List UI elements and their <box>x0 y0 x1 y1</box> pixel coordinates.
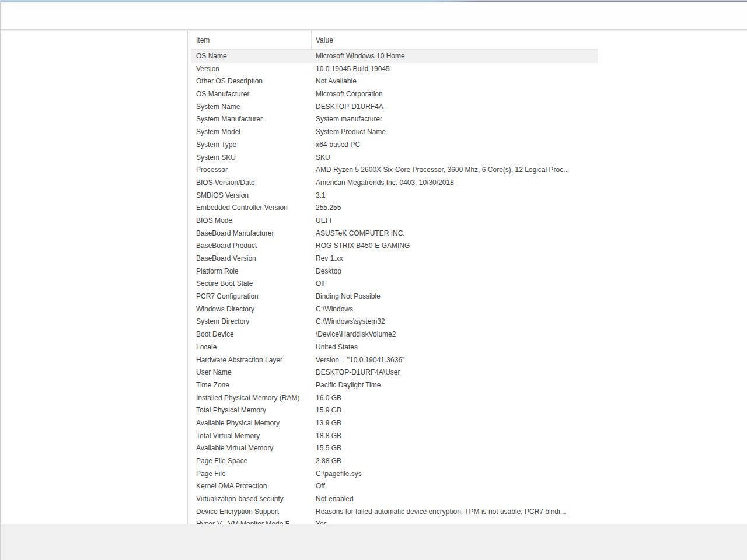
table-row[interactable]: Platform RoleDesktop <box>191 265 598 278</box>
table-row[interactable]: BIOS Version/DateAmerican Megatrends Inc… <box>191 177 598 190</box>
table-row[interactable]: Page File Space2.88 GB <box>191 455 598 468</box>
item-cell: Virtualization-based security <box>191 493 312 506</box>
column-header-item[interactable]: Item <box>191 31 312 49</box>
value-cell: Off <box>312 480 598 493</box>
system-information-window: Item Value OS NameMicrosoft Windows 10 H… <box>0 0 747 560</box>
table-row[interactable]: System DirectoryC:\Windows\system32 <box>191 316 598 328</box>
value-cell: 16.0 GB <box>312 392 598 405</box>
table-row[interactable]: Other OS DescriptionNot Available <box>191 75 598 88</box>
item-cell: Page File <box>191 468 312 481</box>
item-cell: Total Physical Memory <box>191 404 312 417</box>
item-cell: Available Physical Memory <box>191 417 312 430</box>
item-cell: BaseBoard Manufacturer <box>191 228 312 240</box>
table-row[interactable]: Available Physical Memory13.9 GB <box>191 417 598 430</box>
table-row[interactable]: Total Physical Memory15.9 GB <box>191 404 598 417</box>
value-cell: 13.9 GB <box>312 417 598 430</box>
value-cell: Yes <box>312 518 598 524</box>
table-row[interactable]: LocaleUnited States <box>191 341 598 354</box>
value-cell: Not enabled <box>312 493 598 506</box>
item-cell: Platform Role <box>191 265 312 278</box>
table-row[interactable]: User NameDESKTOP-D1URF4A\User <box>191 366 598 379</box>
value-cell: UEFI <box>312 215 598 228</box>
table-row[interactable]: BaseBoard ProductROG STRIX B450-E GAMING <box>191 240 598 253</box>
table-row[interactable]: System Typex64-based PC <box>191 139 598 152</box>
item-cell: Available Virtual Memory <box>191 442 312 455</box>
item-cell: Locale <box>191 341 312 354</box>
value-cell: ROG STRIX B450-E GAMING <box>312 240 598 253</box>
table-row[interactable]: OS ManufacturerMicrosoft Corporation <box>191 88 598 101</box>
table-row[interactable]: Version10.0.19045 Build 19045 <box>191 63 598 76</box>
item-cell: Device Encryption Support <box>191 506 312 519</box>
value-cell: American Megatrends Inc. 0403, 10/30/201… <box>312 177 598 190</box>
table-row[interactable]: Embedded Controller Version255.255 <box>191 202 598 215</box>
item-cell: BaseBoard Version <box>191 253 312 265</box>
table-row[interactable]: Boot Device\Device\HarddiskVolume2 <box>191 328 598 341</box>
item-cell: Kernel DMA Protection <box>191 480 312 493</box>
details-rows: OS NameMicrosoft Windows 10 HomeVersion1… <box>191 50 747 524</box>
value-cell: ASUSTeK COMPUTER INC. <box>312 228 598 240</box>
table-row[interactable]: Page FileC:\pagefile.sys <box>191 468 598 481</box>
item-cell: Other OS Description <box>191 75 312 88</box>
table-row[interactable]: System ManufacturerSystem manufacturer <box>191 113 598 126</box>
value-cell: Microsoft Corporation <box>312 88 598 101</box>
table-row[interactable]: Available Virtual Memory15.5 GB <box>191 442 598 455</box>
table-row[interactable]: Time ZonePacific Daylight Time <box>191 379 598 392</box>
item-cell: Installed Physical Memory (RAM) <box>191 392 312 405</box>
table-row[interactable]: Device Encryption SupportReasons for fai… <box>191 506 598 519</box>
table-row[interactable]: Kernel DMA ProtectionOff <box>191 480 598 493</box>
table-row[interactable]: System NameDESKTOP-D1URF4A <box>191 101 598 114</box>
value-cell: SKU <box>312 152 598 164</box>
item-cell: System Directory <box>191 316 312 328</box>
value-cell: \Device\HarddiskVolume2 <box>312 328 598 341</box>
value-cell: C:\Windows <box>312 303 598 316</box>
item-cell: Time Zone <box>191 379 312 392</box>
item-cell: OS Name <box>191 50 312 63</box>
item-cell: System Manufacturer <box>191 113 312 126</box>
table-row[interactable]: BaseBoard VersionRev 1.xx <box>191 253 598 265</box>
table-row[interactable]: Virtualization-based securityNot enabled <box>191 493 598 506</box>
item-cell: BIOS Mode <box>191 215 312 228</box>
table-row[interactable]: Hardware Abstraction LayerVersion = "10.… <box>191 354 598 367</box>
value-cell: 18.8 GB <box>312 430 598 443</box>
item-cell: Processor <box>191 164 312 177</box>
value-cell: C:\pagefile.sys <box>312 468 598 481</box>
find-bar: Find what: Find Close Find Search select… <box>1 524 747 560</box>
value-cell: Desktop <box>312 265 598 278</box>
item-cell: Page File Space <box>191 455 312 468</box>
item-cell: Embedded Controller Version <box>191 202 312 215</box>
table-row[interactable]: System ModelSystem Product Name <box>191 126 598 139</box>
item-cell: System SKU <box>191 152 312 164</box>
value-cell: 15.9 GB <box>312 404 598 417</box>
value-cell: Off <box>312 278 598 290</box>
item-cell: System Name <box>191 101 312 114</box>
item-cell: BaseBoard Product <box>191 240 312 253</box>
item-cell: PCR7 Configuration <box>191 290 312 303</box>
item-cell: Hardware Abstraction Layer <box>191 354 312 367</box>
table-row[interactable]: BaseBoard ManufacturerASUSTeK COMPUTER I… <box>191 228 598 240</box>
item-cell: SMBIOS Version <box>191 190 312 202</box>
table-row[interactable]: System SKUSKU <box>191 152 598 164</box>
value-cell: DESKTOP-D1URF4A <box>312 101 598 114</box>
value-cell: DESKTOP-D1URF4A\User <box>312 366 598 379</box>
item-cell: OS Manufacturer <box>191 88 312 101</box>
table-row[interactable]: OS NameMicrosoft Windows 10 Home <box>191 50 598 63</box>
table-row[interactable]: Hyper-V - VM Monitor Mode E...Yes <box>191 518 598 524</box>
table-row[interactable]: PCR7 ConfigurationBinding Not Possible <box>191 290 598 303</box>
value-cell: United States <box>312 341 598 354</box>
item-cell: Version <box>191 63 312 76</box>
table-row[interactable]: Secure Boot StateOff <box>191 278 598 290</box>
table-row[interactable]: SMBIOS Version3.1 <box>191 190 598 202</box>
main-content: Item Value OS NameMicrosoft Windows 10 H… <box>1 31 747 524</box>
value-cell: x64-based PC <box>312 139 598 152</box>
column-header-value[interactable]: Value <box>312 31 598 49</box>
table-row[interactable]: Total Virtual Memory18.8 GB <box>191 430 598 443</box>
value-cell: 15.5 GB <box>312 442 598 455</box>
value-cell: Version = "10.0.19041.3636" <box>312 354 598 367</box>
item-cell: System Type <box>191 139 312 152</box>
table-row[interactable]: Installed Physical Memory (RAM)16.0 GB <box>191 392 598 405</box>
value-cell: Pacific Daylight Time <box>312 379 598 392</box>
table-row[interactable]: Windows DirectoryC:\Windows <box>191 303 598 316</box>
table-row[interactable]: BIOS ModeUEFI <box>191 215 598 228</box>
value-cell: 10.0.19045 Build 19045 <box>312 63 598 76</box>
table-row[interactable]: ProcessorAMD Ryzen 5 2600X Six-Core Proc… <box>191 164 598 177</box>
